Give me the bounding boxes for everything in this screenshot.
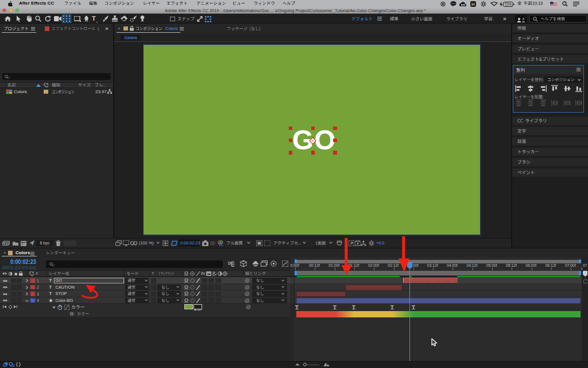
svg-text:72%: 72% bbox=[504, 2, 512, 6]
svg-text:H: H bbox=[471, 2, 475, 7]
